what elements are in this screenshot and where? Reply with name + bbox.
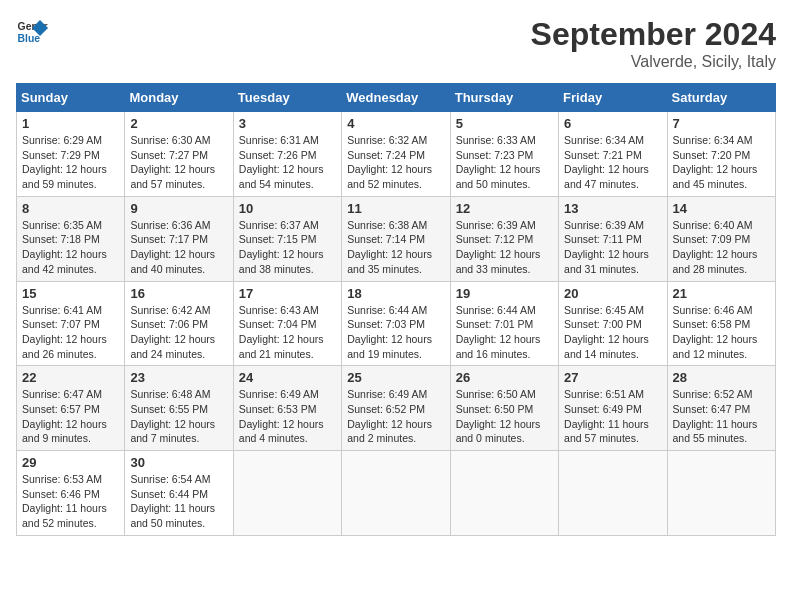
day-info: Sunrise: 6:37 AM Sunset: 7:15 PM Dayligh… — [239, 218, 336, 277]
title-block: September 2024 Valverde, Sicily, Italy — [531, 16, 776, 71]
day-info: Sunrise: 6:44 AM Sunset: 7:03 PM Dayligh… — [347, 303, 444, 362]
day-number: 25 — [347, 370, 444, 385]
calendar-week-row: 22Sunrise: 6:47 AM Sunset: 6:57 PM Dayli… — [17, 366, 776, 451]
day-info: Sunrise: 6:48 AM Sunset: 6:55 PM Dayligh… — [130, 387, 227, 446]
calendar-cell: 11Sunrise: 6:38 AM Sunset: 7:14 PM Dayli… — [342, 196, 450, 281]
day-info: Sunrise: 6:34 AM Sunset: 7:20 PM Dayligh… — [673, 133, 770, 192]
calendar-title: September 2024 — [531, 16, 776, 53]
day-info: Sunrise: 6:29 AM Sunset: 7:29 PM Dayligh… — [22, 133, 119, 192]
day-number: 27 — [564, 370, 661, 385]
calendar-cell: 14Sunrise: 6:40 AM Sunset: 7:09 PM Dayli… — [667, 196, 775, 281]
day-number: 4 — [347, 116, 444, 131]
day-number: 5 — [456, 116, 553, 131]
calendar-cell: 1Sunrise: 6:29 AM Sunset: 7:29 PM Daylig… — [17, 112, 125, 197]
calendar-cell: 4Sunrise: 6:32 AM Sunset: 7:24 PM Daylig… — [342, 112, 450, 197]
day-info: Sunrise: 6:46 AM Sunset: 6:58 PM Dayligh… — [673, 303, 770, 362]
calendar-cell: 26Sunrise: 6:50 AM Sunset: 6:50 PM Dayli… — [450, 366, 558, 451]
calendar-cell: 2Sunrise: 6:30 AM Sunset: 7:27 PM Daylig… — [125, 112, 233, 197]
calendar-cell: 16Sunrise: 6:42 AM Sunset: 7:06 PM Dayli… — [125, 281, 233, 366]
day-number: 23 — [130, 370, 227, 385]
calendar-cell: 24Sunrise: 6:49 AM Sunset: 6:53 PM Dayli… — [233, 366, 341, 451]
day-number: 1 — [22, 116, 119, 131]
day-info: Sunrise: 6:33 AM Sunset: 7:23 PM Dayligh… — [456, 133, 553, 192]
weekday-header: Wednesday — [342, 84, 450, 112]
day-info: Sunrise: 6:53 AM Sunset: 6:46 PM Dayligh… — [22, 472, 119, 531]
day-info: Sunrise: 6:50 AM Sunset: 6:50 PM Dayligh… — [456, 387, 553, 446]
day-info: Sunrise: 6:31 AM Sunset: 7:26 PM Dayligh… — [239, 133, 336, 192]
day-info: Sunrise: 6:54 AM Sunset: 6:44 PM Dayligh… — [130, 472, 227, 531]
day-number: 21 — [673, 286, 770, 301]
day-number: 16 — [130, 286, 227, 301]
day-info: Sunrise: 6:39 AM Sunset: 7:11 PM Dayligh… — [564, 218, 661, 277]
day-info: Sunrise: 6:49 AM Sunset: 6:52 PM Dayligh… — [347, 387, 444, 446]
day-info: Sunrise: 6:32 AM Sunset: 7:24 PM Dayligh… — [347, 133, 444, 192]
svg-text:Blue: Blue — [18, 33, 41, 44]
day-number: 8 — [22, 201, 119, 216]
day-info: Sunrise: 6:51 AM Sunset: 6:49 PM Dayligh… — [564, 387, 661, 446]
calendar-cell — [233, 451, 341, 536]
calendar-cell: 5Sunrise: 6:33 AM Sunset: 7:23 PM Daylig… — [450, 112, 558, 197]
calendar-cell: 29Sunrise: 6:53 AM Sunset: 6:46 PM Dayli… — [17, 451, 125, 536]
logo: General Blue — [16, 16, 48, 48]
day-number: 14 — [673, 201, 770, 216]
calendar-cell: 25Sunrise: 6:49 AM Sunset: 6:52 PM Dayli… — [342, 366, 450, 451]
weekday-header: Tuesday — [233, 84, 341, 112]
weekday-header: Monday — [125, 84, 233, 112]
calendar-cell: 22Sunrise: 6:47 AM Sunset: 6:57 PM Dayli… — [17, 366, 125, 451]
calendar-cell: 20Sunrise: 6:45 AM Sunset: 7:00 PM Dayli… — [559, 281, 667, 366]
day-info: Sunrise: 6:44 AM Sunset: 7:01 PM Dayligh… — [456, 303, 553, 362]
logo-icon: General Blue — [16, 16, 48, 48]
day-number: 6 — [564, 116, 661, 131]
calendar-cell: 8Sunrise: 6:35 AM Sunset: 7:18 PM Daylig… — [17, 196, 125, 281]
day-info: Sunrise: 6:42 AM Sunset: 7:06 PM Dayligh… — [130, 303, 227, 362]
weekday-header: Saturday — [667, 84, 775, 112]
day-number: 29 — [22, 455, 119, 470]
calendar-cell: 18Sunrise: 6:44 AM Sunset: 7:03 PM Dayli… — [342, 281, 450, 366]
day-number: 12 — [456, 201, 553, 216]
day-number: 18 — [347, 286, 444, 301]
day-number: 11 — [347, 201, 444, 216]
day-info: Sunrise: 6:47 AM Sunset: 6:57 PM Dayligh… — [22, 387, 119, 446]
calendar-cell: 3Sunrise: 6:31 AM Sunset: 7:26 PM Daylig… — [233, 112, 341, 197]
day-number: 10 — [239, 201, 336, 216]
calendar-cell: 19Sunrise: 6:44 AM Sunset: 7:01 PM Dayli… — [450, 281, 558, 366]
calendar-week-row: 29Sunrise: 6:53 AM Sunset: 6:46 PM Dayli… — [17, 451, 776, 536]
day-info: Sunrise: 6:38 AM Sunset: 7:14 PM Dayligh… — [347, 218, 444, 277]
day-info: Sunrise: 6:39 AM Sunset: 7:12 PM Dayligh… — [456, 218, 553, 277]
day-number: 7 — [673, 116, 770, 131]
weekday-header-row: SundayMondayTuesdayWednesdayThursdayFrid… — [17, 84, 776, 112]
day-number: 30 — [130, 455, 227, 470]
calendar-week-row: 1Sunrise: 6:29 AM Sunset: 7:29 PM Daylig… — [17, 112, 776, 197]
calendar-cell: 27Sunrise: 6:51 AM Sunset: 6:49 PM Dayli… — [559, 366, 667, 451]
day-info: Sunrise: 6:45 AM Sunset: 7:00 PM Dayligh… — [564, 303, 661, 362]
calendar-cell — [450, 451, 558, 536]
calendar-cell: 12Sunrise: 6:39 AM Sunset: 7:12 PM Dayli… — [450, 196, 558, 281]
day-number: 17 — [239, 286, 336, 301]
day-info: Sunrise: 6:40 AM Sunset: 7:09 PM Dayligh… — [673, 218, 770, 277]
calendar-cell: 13Sunrise: 6:39 AM Sunset: 7:11 PM Dayli… — [559, 196, 667, 281]
day-info: Sunrise: 6:36 AM Sunset: 7:17 PM Dayligh… — [130, 218, 227, 277]
day-number: 22 — [22, 370, 119, 385]
day-info: Sunrise: 6:43 AM Sunset: 7:04 PM Dayligh… — [239, 303, 336, 362]
day-number: 13 — [564, 201, 661, 216]
day-info: Sunrise: 6:30 AM Sunset: 7:27 PM Dayligh… — [130, 133, 227, 192]
day-number: 19 — [456, 286, 553, 301]
day-info: Sunrise: 6:35 AM Sunset: 7:18 PM Dayligh… — [22, 218, 119, 277]
calendar-cell: 10Sunrise: 6:37 AM Sunset: 7:15 PM Dayli… — [233, 196, 341, 281]
weekday-header: Thursday — [450, 84, 558, 112]
calendar-week-row: 8Sunrise: 6:35 AM Sunset: 7:18 PM Daylig… — [17, 196, 776, 281]
day-info: Sunrise: 6:41 AM Sunset: 7:07 PM Dayligh… — [22, 303, 119, 362]
day-number: 26 — [456, 370, 553, 385]
weekday-header: Friday — [559, 84, 667, 112]
day-number: 24 — [239, 370, 336, 385]
page-header: General Blue September 2024 Valverde, Si… — [16, 16, 776, 71]
calendar-cell: 28Sunrise: 6:52 AM Sunset: 6:47 PM Dayli… — [667, 366, 775, 451]
day-number: 2 — [130, 116, 227, 131]
day-info: Sunrise: 6:49 AM Sunset: 6:53 PM Dayligh… — [239, 387, 336, 446]
calendar-cell: 17Sunrise: 6:43 AM Sunset: 7:04 PM Dayli… — [233, 281, 341, 366]
calendar-cell — [667, 451, 775, 536]
day-number: 28 — [673, 370, 770, 385]
weekday-header: Sunday — [17, 84, 125, 112]
day-info: Sunrise: 6:52 AM Sunset: 6:47 PM Dayligh… — [673, 387, 770, 446]
calendar-cell — [559, 451, 667, 536]
